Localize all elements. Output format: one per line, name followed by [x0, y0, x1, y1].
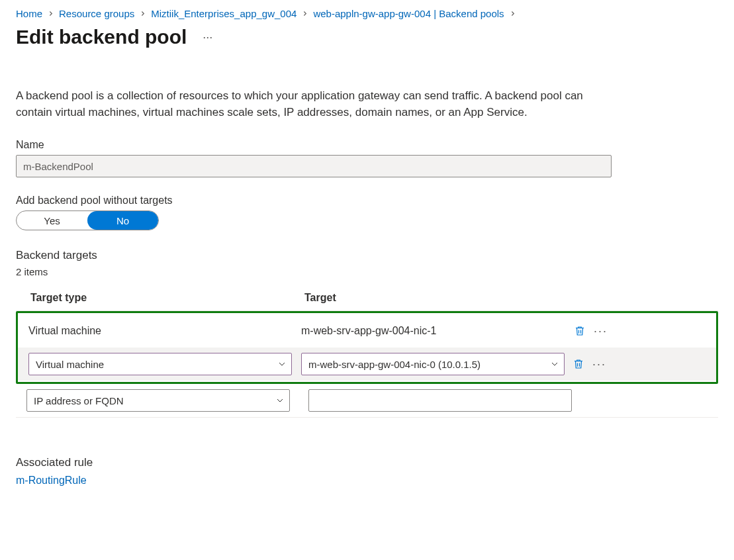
highlighted-rows: Virtual machine m-web-srv-app-gw-004-nic…: [16, 311, 718, 384]
page-title: Edit backend pool: [16, 26, 187, 48]
chevron-right-icon: [140, 11, 146, 17]
page-description: A backend pool is a collection of resour…: [16, 88, 618, 120]
breadcrumb: Home Resource groups Miztiik_Enterprises…: [16, 8, 718, 19]
without-targets-label: Add backend pool without targets: [16, 195, 718, 207]
title-row: Edit backend pool ···: [16, 26, 718, 48]
new-target-row: IP address or FQDN: [16, 384, 718, 418]
row-more-button[interactable]: ···: [594, 324, 608, 338]
col-target-type: Target type: [30, 292, 304, 304]
chevron-down-icon: [276, 397, 284, 404]
target-type-dropdown[interactable]: Virtual machine: [28, 353, 292, 375]
bc-rg-name[interactable]: Miztiik_Enterprises_app_gw_004: [151, 8, 297, 19]
chevron-down-icon: [278, 360, 286, 368]
bc-gateway[interactable]: web-appln-gw-app-gw-004 | Backend pools: [313, 8, 504, 19]
more-actions-button[interactable]: ···: [203, 30, 212, 44]
without-targets-toggle[interactable]: Yes No: [16, 210, 159, 230]
col-target: Target: [304, 292, 569, 304]
name-label: Name: [16, 139, 718, 151]
toggle-no[interactable]: No: [87, 211, 158, 230]
target-row-editing: Virtual machine m-web-srv-app-gw-004-nic…: [18, 348, 716, 381]
toggle-yes[interactable]: Yes: [17, 211, 87, 230]
bc-resource-groups[interactable]: Resource groups: [59, 8, 134, 19]
dropdown-value: Virtual machine: [36, 359, 104, 370]
target-cell: m-web-srv-app-gw-004-nic-1: [301, 325, 566, 337]
chevron-down-icon: [551, 360, 559, 368]
row-more-button[interactable]: ···: [592, 357, 606, 371]
chevron-right-icon: [510, 11, 516, 17]
name-input: [16, 155, 612, 177]
associated-rule-label: Associated rule: [16, 456, 718, 469]
dropdown-value: m-web-srv-app-gw-004-nic-0 (10.0.1.5): [308, 359, 481, 370]
associated-rule-section: Associated rule m-RoutingRule: [16, 456, 718, 487]
chevron-right-icon: [302, 11, 308, 17]
chevron-right-icon: [48, 11, 54, 17]
targets-table-header: Target type Target: [16, 285, 718, 311]
associated-rule-link[interactable]: m-RoutingRule: [16, 475, 87, 486]
targets-count: 2 items: [16, 266, 718, 277]
target-row: Virtual machine m-web-srv-app-gw-004-nic…: [18, 314, 716, 348]
backend-targets-heading: Backend targets: [16, 249, 718, 262]
target-type-cell: Virtual machine: [28, 325, 301, 337]
dropdown-value: IP address or FQDN: [34, 395, 124, 406]
bc-home[interactable]: Home: [16, 8, 42, 19]
delete-icon[interactable]: [574, 325, 586, 337]
target-dropdown[interactable]: m-web-srv-app-gw-004-nic-0 (10.0.1.5): [301, 353, 565, 375]
new-target-type-dropdown[interactable]: IP address or FQDN: [26, 389, 290, 412]
delete-icon[interactable]: [573, 358, 584, 370]
new-target-input[interactable]: [308, 389, 572, 412]
